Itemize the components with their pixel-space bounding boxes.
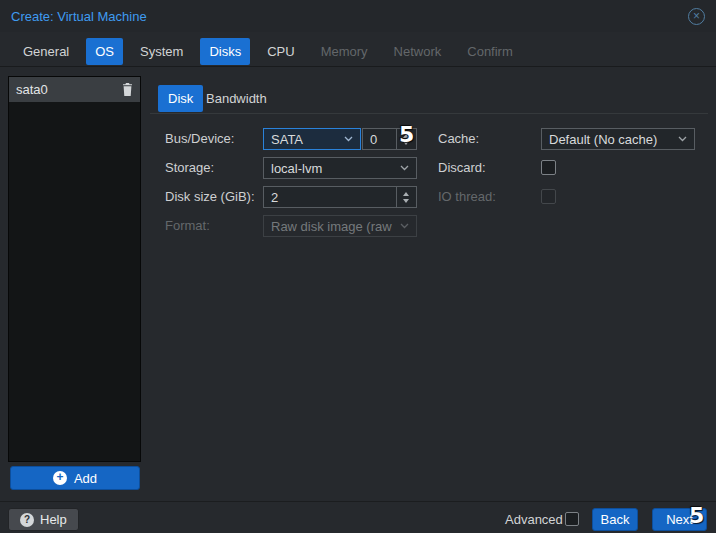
chevron-down-icon bbox=[344, 136, 353, 142]
disk-size-input[interactable]: 2 bbox=[263, 186, 417, 208]
bus-type-select[interactable]: SATA bbox=[263, 128, 361, 150]
plus-circle-icon: + bbox=[53, 471, 67, 485]
tab-cpu[interactable]: CPU bbox=[258, 38, 303, 65]
add-disk-label: Add bbox=[74, 471, 97, 486]
storage-value: local-lvm bbox=[271, 161, 396, 176]
help-button[interactable]: ? Help bbox=[8, 508, 79, 531]
disk-size-label: Disk size (GiB): bbox=[165, 186, 255, 208]
dialog-title: Create: Virtual Machine bbox=[11, 9, 147, 24]
tab-network: Network bbox=[385, 38, 451, 65]
disk-size-value: 2 bbox=[271, 190, 396, 205]
discard-checkbox[interactable] bbox=[541, 160, 556, 175]
io-thread-checkbox-disabled bbox=[541, 189, 556, 204]
footer-separator bbox=[0, 501, 716, 502]
storage-select[interactable]: local-lvm bbox=[263, 157, 417, 179]
tab-system[interactable]: System bbox=[131, 38, 192, 65]
tab-confirm: Confirm bbox=[458, 38, 522, 65]
tab-memory: Memory bbox=[312, 38, 377, 65]
help-label: Help bbox=[40, 512, 67, 527]
subtab-bandwidth[interactable]: Bandwidth bbox=[206, 91, 267, 106]
tab-disks[interactable]: Disks bbox=[200, 38, 250, 65]
format-label: Format: bbox=[165, 215, 210, 237]
add-disk-button[interactable]: + Add bbox=[10, 466, 140, 490]
bus-type-value: SATA bbox=[271, 132, 340, 147]
cache-value: Default (No cache) bbox=[549, 132, 674, 147]
format-value: Raw disk image (raw bbox=[271, 219, 396, 234]
disk-list-item-sata0[interactable]: sata0 bbox=[9, 77, 140, 102]
create-vm-dialog: Create: Virtual Machine × General OS Sys… bbox=[0, 0, 716, 533]
wizard-tabbar: General OS System Disks CPU Memory Netwo… bbox=[0, 36, 716, 67]
close-icon[interactable]: × bbox=[688, 8, 705, 25]
advanced-label: Advanced bbox=[505, 508, 563, 531]
spinner-down-icon[interactable] bbox=[403, 199, 409, 203]
spinner-up-icon[interactable] bbox=[403, 192, 409, 196]
question-circle-icon: ? bbox=[20, 513, 34, 527]
advanced-checkbox[interactable] bbox=[565, 512, 579, 526]
trash-icon[interactable] bbox=[122, 83, 133, 96]
back-button[interactable]: Back bbox=[592, 508, 638, 531]
device-number-value: 0 bbox=[370, 132, 396, 147]
discard-label: Discard: bbox=[438, 157, 486, 179]
annotation-marker-5-next: 5 bbox=[689, 503, 704, 528]
cache-select[interactable]: Default (No cache) bbox=[541, 128, 695, 150]
disk-list-panel: sata0 bbox=[8, 76, 141, 462]
annotation-marker-5-device: 5 bbox=[399, 122, 414, 147]
dialog-titlebar: Create: Virtual Machine × bbox=[0, 0, 716, 32]
chevron-down-icon bbox=[678, 136, 687, 142]
storage-label: Storage: bbox=[165, 157, 214, 179]
spinner-arrows[interactable] bbox=[396, 187, 409, 207]
cache-label: Cache: bbox=[438, 128, 479, 150]
disk-item-label: sata0 bbox=[16, 82, 48, 97]
subtab-disk[interactable]: Disk bbox=[158, 85, 203, 112]
tab-os[interactable]: OS bbox=[86, 38, 123, 65]
io-thread-label: IO thread: bbox=[438, 186, 496, 208]
chevron-down-icon bbox=[400, 223, 409, 229]
chevron-down-icon bbox=[400, 165, 409, 171]
bus-device-label: Bus/Device: bbox=[165, 128, 234, 150]
subtab-separator bbox=[150, 113, 708, 114]
tab-general[interactable]: General bbox=[14, 38, 78, 65]
format-select-disabled: Raw disk image (raw bbox=[263, 215, 417, 237]
